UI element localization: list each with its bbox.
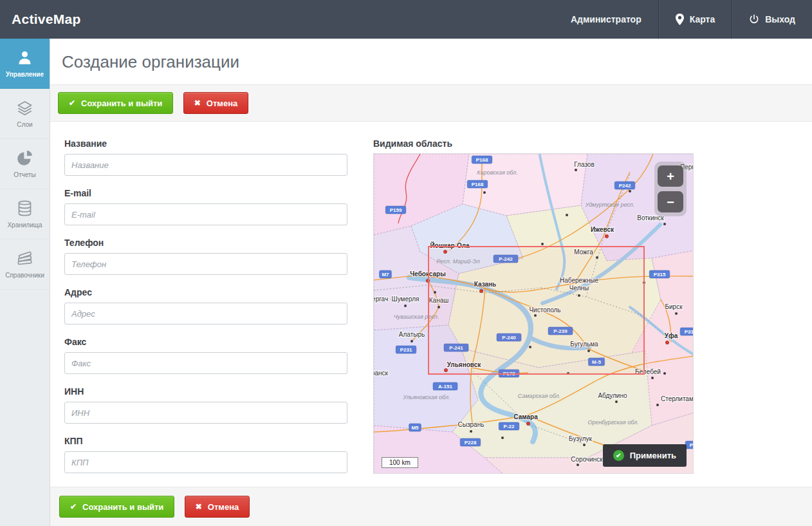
save-button-label: Сохранить и выйти <box>82 502 163 512</box>
apply-button[interactable]: ✔ Применить <box>603 444 687 467</box>
svg-text:Шумерля: Шумерля <box>392 296 420 303</box>
map-city: Саранск <box>374 370 389 377</box>
inn-label: ИНН <box>64 386 347 397</box>
map-city: Сергач <box>374 296 388 303</box>
svg-text:Бирск: Бирск <box>665 303 683 310</box>
cancel-button[interactable]: ✖ Отмена <box>183 92 248 114</box>
address-input[interactable] <box>64 303 347 324</box>
road-badge: Р231 <box>396 346 416 353</box>
sidebar-item-label: Отчеты <box>14 171 36 178</box>
svg-text:Алатырь: Алатырь <box>399 331 425 338</box>
map-region-label: Кировская обл. <box>477 169 517 176</box>
sidebar-item-storages[interactable]: Хранилища <box>0 189 50 240</box>
visible-area-section: Видимая область <box>373 138 694 487</box>
svg-text:А-151: А-151 <box>438 384 452 390</box>
map-region-label: Удмуртская респ. <box>585 202 635 208</box>
sidebar-item-layers[interactable]: Слои <box>0 89 50 139</box>
field-kpp: КПП <box>64 436 347 473</box>
road-badge: Р159 <box>385 206 406 214</box>
title-bar: Создание организации <box>50 39 812 85</box>
sidebar-item-label: Справочники <box>5 272 44 279</box>
svg-text:Бузулук: Бузулук <box>569 435 592 442</box>
sidebar-item-label: Слои <box>17 121 32 128</box>
content: Название E-mail Телефон Адрес Факс <box>50 122 812 487</box>
check-icon: ✔ <box>70 503 77 511</box>
user-menu[interactable]: Администратор <box>554 0 658 39</box>
map-city <box>541 243 544 245</box>
save-button-bottom[interactable]: ✔ Сохранить и выйти <box>59 496 174 518</box>
brand-logo: ActiveMap <box>0 12 81 27</box>
svg-text:Саранск: Саранск <box>374 370 389 377</box>
map-city <box>483 191 486 194</box>
organization-form: Название E-mail Телефон Адрес Факс <box>64 138 347 487</box>
logout-link[interactable]: Выход <box>732 0 812 39</box>
road-badge: Р-22 <box>499 422 519 430</box>
logout-label: Выход <box>765 14 795 24</box>
sidebar-item-reports[interactable]: Отчеты <box>0 139 50 189</box>
map-link-label: Карта <box>690 14 715 24</box>
svg-text:Р315: Р315 <box>690 442 694 448</box>
road-badge: Р315 <box>649 270 670 278</box>
map-city <box>501 437 504 439</box>
zoom-control: + − <box>654 162 687 216</box>
email-input[interactable] <box>64 203 347 225</box>
cross-icon: ✖ <box>194 99 201 107</box>
svg-text:Сергач: Сергач <box>374 296 388 303</box>
apply-check-icon: ✔ <box>613 450 624 461</box>
cross-icon: ✖ <box>196 503 202 511</box>
save-button-label: Сохранить и выйти <box>81 99 162 108</box>
kpp-input[interactable] <box>64 451 347 473</box>
road-badge: Р168 <box>472 156 492 164</box>
zoom-out-button[interactable]: − <box>658 191 683 212</box>
svg-text:Стерлитамак: Стерлитамак <box>661 395 694 402</box>
kpp-label: КПП <box>64 436 347 446</box>
svg-text:Р231: Р231 <box>400 347 412 353</box>
zoom-in-button[interactable]: + <box>658 165 683 187</box>
map-region-label: Самарская обл. <box>518 393 560 399</box>
svg-text:Самара: Самара <box>513 413 538 420</box>
svg-text:Р168: Р168 <box>472 182 484 187</box>
top-toolbar: ✔ Сохранить и выйти ✖ Отмена <box>50 85 812 122</box>
map-link[interactable]: Карта <box>659 0 732 39</box>
phone-input[interactable] <box>64 253 347 275</box>
cancel-button-label: Отмена <box>208 502 239 512</box>
map-city <box>663 372 666 375</box>
svg-text:Р315: Р315 <box>685 329 694 335</box>
road-badge: Р315 <box>685 441 694 449</box>
user-icon <box>16 49 33 66</box>
field-address: Адрес <box>64 287 347 324</box>
svg-text:Глазов: Глазов <box>574 161 594 168</box>
map-pin-icon <box>676 14 684 25</box>
map-canvas[interactable]: Кировская обл.Удмуртская респ.Респ. Мари… <box>374 154 694 474</box>
map-city <box>629 190 631 193</box>
road-badge: Р315 <box>680 328 694 335</box>
app-header: ActiveMap Администратор Карта Выход <box>0 0 812 39</box>
svg-text:Сорочинск: Сорочинск <box>571 456 603 463</box>
cancel-button-bottom[interactable]: ✖ Отмена <box>185 496 250 518</box>
fax-input[interactable] <box>64 352 347 374</box>
sidebar-item-directories[interactable]: Справочники <box>0 240 50 290</box>
map-region-label: Оренбургская обл. <box>587 419 638 426</box>
fax-label: Факс <box>64 337 347 347</box>
page-title: Создание организации <box>62 52 800 72</box>
name-input[interactable] <box>64 154 347 176</box>
main-area: Создание организации ✔ Сохранить и выйти… <box>50 39 812 526</box>
svg-text:Р315: Р315 <box>654 272 666 277</box>
check-icon: ✔ <box>69 99 75 107</box>
svg-text:Р228: Р228 <box>465 440 477 446</box>
svg-text:М5: М5 <box>411 425 419 431</box>
svg-text:Р-22: Р-22 <box>504 424 515 429</box>
road-badge: Р168 <box>467 180 488 188</box>
sidebar-item-management[interactable]: Управление <box>0 39 50 89</box>
cancel-button-label: Отмена <box>207 99 237 108</box>
apply-button-label: Применить <box>630 451 676 460</box>
name-label: Название <box>64 138 347 149</box>
field-fax: Факс <box>64 337 347 374</box>
save-button[interactable]: ✔ Сохранить и выйти <box>58 92 173 114</box>
sidebar: Управление Слои Отчеты Хранилища Справоч… <box>0 39 50 526</box>
header-menu: Администратор Карта Выход <box>554 0 812 39</box>
field-email: E-mail <box>64 188 347 225</box>
inn-input[interactable] <box>64 402 347 424</box>
map-selection-rectangle[interactable] <box>429 247 644 374</box>
svg-text:Сызрань: Сызрань <box>458 421 484 428</box>
